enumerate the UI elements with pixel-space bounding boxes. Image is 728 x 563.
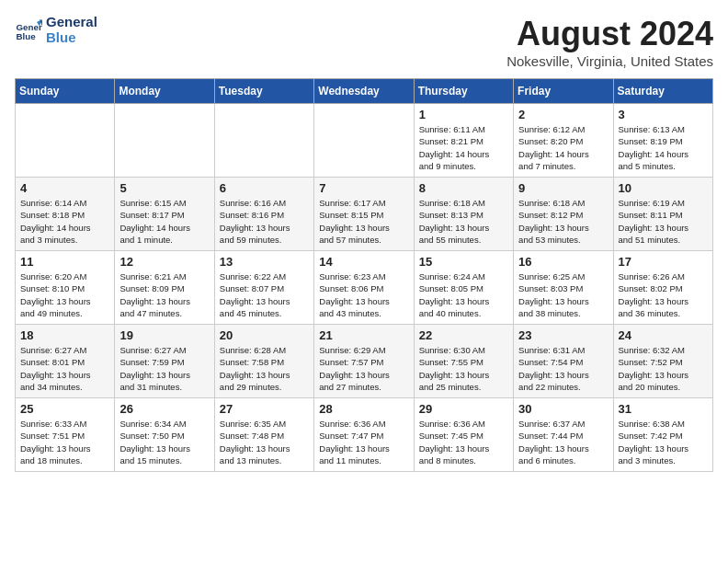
day-number: 3 (619, 108, 708, 121)
day-number: 30 (518, 402, 608, 416)
day-number: 13 (220, 255, 309, 269)
calendar-header-row: SundayMondayTuesdayWednesdayThursdayFrid… (16, 79, 713, 104)
calendar-cell: 9Sunrise: 6:18 AM Sunset: 8:12 PM Daylig… (514, 178, 613, 251)
calendar-cell: 28Sunrise: 6:36 AM Sunset: 7:47 PM Dayli… (314, 398, 414, 472)
day-info: Sunrise: 6:28 AM Sunset: 7:58 PM Dayligh… (220, 344, 309, 393)
day-number: 12 (119, 255, 209, 269)
day-number: 9 (518, 181, 608, 195)
day-info: Sunrise: 6:20 AM Sunset: 8:10 PM Dayligh… (20, 270, 109, 319)
day-info: Sunrise: 6:27 AM Sunset: 7:59 PM Dayligh… (119, 344, 209, 393)
day-number: 8 (419, 181, 508, 195)
calendar-cell: 27Sunrise: 6:35 AM Sunset: 7:48 PM Dayli… (214, 398, 313, 472)
day-header-tuesday: Tuesday (214, 79, 313, 104)
day-info: Sunrise: 6:24 AM Sunset: 8:05 PM Dayligh… (419, 270, 508, 319)
calendar-cell: 26Sunrise: 6:34 AM Sunset: 7:50 PM Dayli… (115, 398, 214, 472)
day-number: 4 (20, 181, 109, 195)
day-info: Sunrise: 6:37 AM Sunset: 7:44 PM Dayligh… (518, 418, 608, 466)
day-info: Sunrise: 6:12 AM Sunset: 8:20 PM Dayligh… (518, 123, 608, 172)
calendar-cell: 18Sunrise: 6:27 AM Sunset: 8:01 PM Dayli… (16, 325, 115, 398)
day-info: Sunrise: 6:17 AM Sunset: 8:15 PM Dayligh… (319, 197, 408, 246)
day-number: 11 (20, 255, 109, 269)
day-number: 16 (518, 255, 608, 269)
week-row-2: 4Sunrise: 6:14 AM Sunset: 8:18 PM Daylig… (16, 178, 713, 251)
day-number: 5 (119, 181, 209, 195)
day-number: 23 (518, 328, 608, 342)
calendar-cell: 12Sunrise: 6:21 AM Sunset: 8:09 PM Dayli… (115, 251, 214, 325)
week-row-5: 25Sunrise: 6:33 AM Sunset: 7:51 PM Dayli… (16, 398, 713, 472)
day-number: 18 (20, 328, 109, 342)
day-info: Sunrise: 6:30 AM Sunset: 7:55 PM Dayligh… (419, 344, 508, 393)
day-info: Sunrise: 6:22 AM Sunset: 8:07 PM Dayligh… (220, 270, 309, 319)
calendar-cell: 16Sunrise: 6:25 AM Sunset: 8:03 PM Dayli… (514, 251, 613, 325)
day-number: 17 (619, 255, 708, 269)
week-row-3: 11Sunrise: 6:20 AM Sunset: 8:10 PM Dayli… (16, 251, 713, 325)
day-info: Sunrise: 6:21 AM Sunset: 8:09 PM Dayligh… (119, 270, 209, 319)
logo-line1: General (46, 15, 97, 30)
calendar-cell: 22Sunrise: 6:30 AM Sunset: 7:55 PM Dayli… (414, 325, 513, 398)
day-number: 15 (419, 255, 508, 269)
day-number: 24 (619, 328, 708, 342)
day-number: 2 (518, 108, 608, 121)
calendar-cell: 2Sunrise: 6:12 AM Sunset: 8:20 PM Daylig… (514, 104, 613, 178)
day-info: Sunrise: 6:23 AM Sunset: 8:06 PM Dayligh… (319, 270, 408, 319)
month-year: August 2024 (506, 15, 713, 53)
calendar-cell: 15Sunrise: 6:24 AM Sunset: 8:05 PM Dayli… (414, 251, 513, 325)
calendar-cell: 20Sunrise: 6:28 AM Sunset: 7:58 PM Dayli… (214, 325, 313, 398)
calendar-body: 1Sunrise: 6:11 AM Sunset: 8:21 PM Daylig… (16, 104, 713, 472)
calendar-cell: 6Sunrise: 6:16 AM Sunset: 8:16 PM Daylig… (214, 178, 313, 251)
calendar-cell (115, 104, 214, 178)
day-header-monday: Monday (115, 79, 214, 104)
day-info: Sunrise: 6:33 AM Sunset: 7:51 PM Dayligh… (20, 418, 109, 466)
day-number: 19 (119, 328, 209, 342)
calendar-cell: 23Sunrise: 6:31 AM Sunset: 7:54 PM Dayli… (514, 325, 613, 398)
day-number: 1 (419, 108, 508, 121)
calendar-cell: 10Sunrise: 6:19 AM Sunset: 8:11 PM Dayli… (613, 178, 712, 251)
calendar-table: SundayMondayTuesdayWednesdayThursdayFrid… (15, 78, 713, 472)
day-number: 10 (619, 181, 708, 195)
calendar-cell: 14Sunrise: 6:23 AM Sunset: 8:06 PM Dayli… (314, 251, 414, 325)
day-number: 7 (319, 181, 408, 195)
day-number: 29 (419, 402, 508, 416)
logo-icon: General Blue (15, 17, 42, 44)
day-info: Sunrise: 6:15 AM Sunset: 8:17 PM Dayligh… (119, 197, 209, 246)
calendar-cell (314, 104, 414, 178)
logo: General Blue General Blue (15, 15, 97, 45)
day-number: 25 (20, 402, 109, 416)
day-info: Sunrise: 6:36 AM Sunset: 7:47 PM Dayligh… (319, 418, 408, 466)
svg-text:Blue: Blue (17, 30, 37, 40)
day-number: 28 (319, 402, 408, 416)
day-header-wednesday: Wednesday (314, 79, 414, 104)
location: Nokesville, Virginia, United States (506, 53, 713, 69)
calendar-cell: 1Sunrise: 6:11 AM Sunset: 8:21 PM Daylig… (414, 104, 513, 178)
calendar-cell: 3Sunrise: 6:13 AM Sunset: 8:19 PM Daylig… (613, 104, 712, 178)
day-number: 31 (619, 402, 708, 416)
day-info: Sunrise: 6:11 AM Sunset: 8:21 PM Dayligh… (419, 123, 508, 172)
week-row-1: 1Sunrise: 6:11 AM Sunset: 8:21 PM Daylig… (16, 104, 713, 178)
day-info: Sunrise: 6:38 AM Sunset: 7:42 PM Dayligh… (619, 418, 708, 466)
day-info: Sunrise: 6:27 AM Sunset: 8:01 PM Dayligh… (20, 344, 109, 393)
calendar-cell (214, 104, 313, 178)
page-header: General Blue General Blue August 2024 No… (15, 15, 713, 69)
day-header-thursday: Thursday (414, 79, 513, 104)
day-header-sunday: Sunday (16, 79, 115, 104)
day-info: Sunrise: 6:14 AM Sunset: 8:18 PM Dayligh… (20, 197, 109, 246)
day-info: Sunrise: 6:25 AM Sunset: 8:03 PM Dayligh… (518, 270, 608, 319)
calendar-cell: 29Sunrise: 6:36 AM Sunset: 7:45 PM Dayli… (414, 398, 513, 472)
day-info: Sunrise: 6:32 AM Sunset: 7:52 PM Dayligh… (619, 344, 708, 393)
day-number: 6 (220, 181, 309, 195)
calendar-cell: 8Sunrise: 6:18 AM Sunset: 8:13 PM Daylig… (414, 178, 513, 251)
calendar-cell: 17Sunrise: 6:26 AM Sunset: 8:02 PM Dayli… (613, 251, 712, 325)
day-number: 22 (419, 328, 508, 342)
day-header-saturday: Saturday (613, 79, 712, 104)
logo-line2: Blue (46, 30, 97, 46)
day-info: Sunrise: 6:31 AM Sunset: 7:54 PM Dayligh… (518, 344, 608, 393)
day-info: Sunrise: 6:13 AM Sunset: 8:19 PM Dayligh… (619, 123, 708, 172)
day-info: Sunrise: 6:34 AM Sunset: 7:50 PM Dayligh… (119, 418, 209, 466)
calendar-cell: 4Sunrise: 6:14 AM Sunset: 8:18 PM Daylig… (16, 178, 115, 251)
day-number: 20 (220, 328, 309, 342)
day-number: 14 (319, 255, 408, 269)
day-info: Sunrise: 6:19 AM Sunset: 8:11 PM Dayligh… (619, 197, 708, 246)
day-number: 21 (319, 328, 408, 342)
calendar-cell: 31Sunrise: 6:38 AM Sunset: 7:42 PM Dayli… (613, 398, 712, 472)
calendar-cell: 24Sunrise: 6:32 AM Sunset: 7:52 PM Dayli… (613, 325, 712, 398)
